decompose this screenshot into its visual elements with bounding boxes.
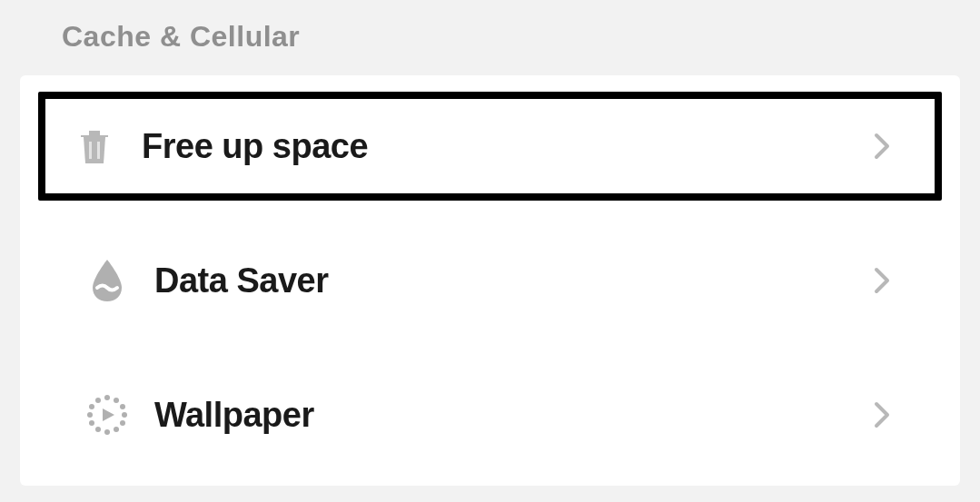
svg-point-2 [104, 395, 110, 400]
svg-point-8 [104, 429, 110, 435]
svg-point-12 [89, 404, 94, 409]
chevron-right-icon [869, 133, 895, 159]
spacer [20, 335, 960, 360]
section-header: Cache & Cellular [0, 0, 980, 75]
menu-item-wallpaper[interactable]: Wallpaper [38, 360, 942, 469]
menu-item-label: Data Saver [154, 261, 869, 300]
menu-item-label: Wallpaper [154, 396, 869, 435]
svg-rect-1 [97, 142, 100, 159]
settings-card: Free up space Data Saver [20, 75, 960, 486]
svg-point-4 [120, 404, 125, 409]
menu-item-free-up-space[interactable]: Free up space [38, 92, 942, 201]
svg-point-3 [114, 398, 119, 403]
svg-point-11 [87, 412, 93, 418]
play-dotted-icon [85, 393, 129, 437]
svg-rect-0 [89, 142, 92, 159]
spacer [20, 201, 960, 226]
svg-point-13 [95, 398, 101, 403]
svg-point-10 [89, 420, 94, 426]
svg-point-5 [122, 412, 127, 418]
svg-point-9 [95, 427, 101, 432]
svg-point-6 [120, 420, 125, 426]
chevron-right-icon [869, 402, 895, 428]
trash-icon [73, 124, 116, 168]
svg-point-7 [114, 427, 119, 432]
menu-item-label: Free up space [142, 127, 869, 166]
droplet-icon [85, 259, 129, 302]
chevron-right-icon [869, 268, 895, 293]
menu-item-data-saver[interactable]: Data Saver [38, 226, 942, 335]
